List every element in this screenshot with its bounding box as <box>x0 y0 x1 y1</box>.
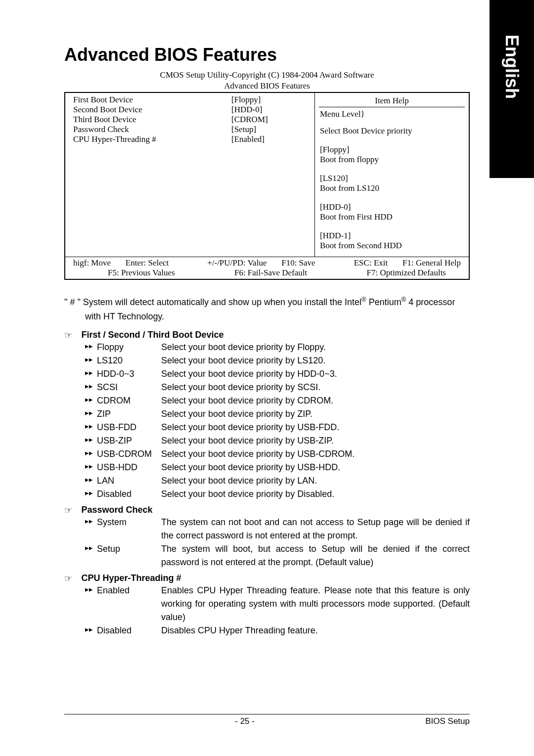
option-row: ▸▸LANSelect your boot device priority by… <box>85 474 470 488</box>
section-heading: Password Check <box>81 505 152 515</box>
bios-footer: higf: Move Enter: Select +/-/PU/PD: Valu… <box>65 257 469 279</box>
bios-copyright: CMOS Setup Utility-Copyright (C) 1984-20… <box>64 70 470 80</box>
setting-row: Password Check [Setup] <box>73 125 307 134</box>
section-heading: CPU Hyper-Threading # <box>81 573 181 583</box>
option-list: ▸▸FloppySelect your boot device priority… <box>85 341 470 501</box>
hand-icon: ☞ <box>64 330 79 341</box>
help-item-desc: Boot from LS120 <box>320 183 464 193</box>
double-arrow-icon: ▸▸ <box>85 542 97 569</box>
double-arrow-icon: ▸▸ <box>85 354 97 367</box>
double-arrow-icon: ▸▸ <box>85 447 97 461</box>
double-arrow-icon: ▸▸ <box>85 474 97 488</box>
option-name: Disabled <box>97 624 161 637</box>
page-title: Advanced BIOS Features <box>64 44 470 65</box>
setting-value: [CDROM] <box>231 115 268 125</box>
option-desc: Select your boot device priority by CDRO… <box>161 394 470 407</box>
hand-icon: ☞ <box>64 573 79 584</box>
setting-row: Third Boot Device [CDROM] <box>73 115 307 125</box>
double-arrow-icon: ▸▸ <box>85 407 97 421</box>
help-item: [Floppy] Boot from floppy <box>320 145 464 165</box>
page-number: - 25 - <box>235 716 255 726</box>
help-item: [HDD-0] Boot from First HDD <box>320 202 464 222</box>
setting-row: Second Boot Device [HDD-0] <box>73 105 307 115</box>
option-name: USB-ZIP <box>97 434 161 447</box>
option-name: Setup <box>97 542 161 569</box>
option-name: CDROM <box>97 394 161 407</box>
option-name: SCSI <box>97 381 161 394</box>
double-arrow-icon: ▸▸ <box>85 381 97 394</box>
setting-label: Second Boot Device <box>73 105 231 115</box>
option-name: Floppy <box>97 341 161 354</box>
option-list: ▸▸SystemThe system can not boot and can … <box>85 516 470 569</box>
option-row: ▸▸ZIPSelect your boot device priority by… <box>85 407 470 421</box>
help-item-tag: [HDD-1] <box>320 231 464 241</box>
bios-screen-title: Advanced BIOS Features <box>64 81 470 91</box>
option-row: ▸▸CDROMSelect your boot device priority … <box>85 394 470 407</box>
option-desc: Select your boot device priority by USB-… <box>161 461 470 474</box>
double-arrow-icon: ▸▸ <box>85 516 97 542</box>
footer-key: +/-/PU/PD: Value F10: Save <box>207 258 315 268</box>
bios-settings-box: First Boot Device [Floppy] Second Boot D… <box>64 92 470 280</box>
page-footer: - 25 - BIOS Setup <box>64 714 470 726</box>
option-desc: Disables CPU Hyper Threading feature. <box>161 624 470 637</box>
help-lead: Select Boot Device priority <box>320 126 464 136</box>
option-row: ▸▸DisabledSelect your boot device priori… <box>85 488 470 501</box>
section-heading: First / Second / Third Boot Device <box>81 330 223 340</box>
option-desc: Select your boot device priority by USB-… <box>161 447 470 461</box>
help-item: [HDD-1] Boot from Second HDD <box>320 231 464 251</box>
help-item-desc: Boot from Second HDD <box>320 241 464 251</box>
option-row: ▸▸SetupThe system will boot, but access … <box>85 542 470 569</box>
option-desc: Select your boot device priority by ZIP. <box>161 407 470 421</box>
double-arrow-icon: ▸▸ <box>85 488 97 501</box>
item-help-title: Item Help <box>319 95 465 107</box>
option-desc: Select your boot device priority by HDD-… <box>161 367 470 381</box>
option-name: LAN <box>97 474 161 488</box>
double-arrow-icon: ▸▸ <box>85 367 97 381</box>
option-row: ▸▸USB-CDROMSelect your boot device prior… <box>85 447 470 461</box>
option-row: ▸▸USB-FDDSelect your boot device priorit… <box>85 421 470 434</box>
option-desc: Select your boot device priority by Flop… <box>161 341 470 354</box>
menu-level: Menu Level} <box>320 109 464 119</box>
option-row: ▸▸SCSISelect your boot device priority b… <box>85 381 470 394</box>
double-arrow-icon: ▸▸ <box>85 584 97 624</box>
double-arrow-icon: ▸▸ <box>85 624 97 637</box>
setting-label: Third Boot Device <box>73 115 231 125</box>
help-item-desc: Boot from First HDD <box>320 212 464 222</box>
setting-value: [Floppy] <box>231 95 261 105</box>
language-tab: English <box>490 0 534 178</box>
double-arrow-icon: ▸▸ <box>85 434 97 447</box>
option-desc: Select your boot device priority by LAN. <box>161 474 470 488</box>
help-item-desc: Boot from floppy <box>320 155 464 165</box>
option-desc: Select your boot device priority by USB-… <box>161 421 470 434</box>
footer-key: F5: Previous Values <box>73 268 175 278</box>
setting-label: Password Check <box>73 125 231 134</box>
option-name: HDD-0~3 <box>97 367 161 381</box>
setting-label: CPU Hyper-Threading # <box>73 134 231 144</box>
option-name: USB-HDD <box>97 461 161 474</box>
option-desc: The system can not boot and can not acce… <box>161 516 470 542</box>
option-name: System <box>97 516 161 542</box>
option-row: ▸▸LS120Select your boot device priority … <box>85 354 470 367</box>
double-arrow-icon: ▸▸ <box>85 341 97 354</box>
item-help-body: Menu Level} Select Boot Device priority … <box>319 107 465 255</box>
setting-row: First Boot Device [Floppy] <box>73 95 307 105</box>
option-row: ▸▸USB-ZIPSelect your boot device priorit… <box>85 434 470 447</box>
footer-key: higf: Move Enter: Select <box>73 258 169 268</box>
footer-key: F6: Fail-Save Default <box>234 268 307 278</box>
help-item-tag: [HDD-0] <box>320 202 464 212</box>
setting-value: [HDD-0] <box>231 105 262 115</box>
footer-key: F7: Optimized Defaults <box>366 268 461 278</box>
option-row: ▸▸FloppySelect your boot device priority… <box>85 341 470 354</box>
option-row: ▸▸DisabledDisables CPU Hyper Threading f… <box>85 624 470 637</box>
option-desc: Select your boot device priority by Disa… <box>161 488 470 501</box>
help-item-tag: [LS120] <box>320 174 464 183</box>
option-row: ▸▸SystemThe system can not boot and can … <box>85 516 470 542</box>
double-arrow-icon: ▸▸ <box>85 421 97 434</box>
option-row: ▸▸USB-HDDSelect your boot device priorit… <box>85 461 470 474</box>
help-item: [LS120] Boot from LS120 <box>320 174 464 193</box>
option-name: ZIP <box>97 407 161 421</box>
bios-settings-list: First Boot Device [Floppy] Second Boot D… <box>65 93 315 257</box>
option-desc: Select your boot device priority by SCSI… <box>161 381 470 394</box>
option-desc: Select your boot device priority by USB-… <box>161 434 470 447</box>
footer-section-label: BIOS Setup <box>425 716 470 726</box>
